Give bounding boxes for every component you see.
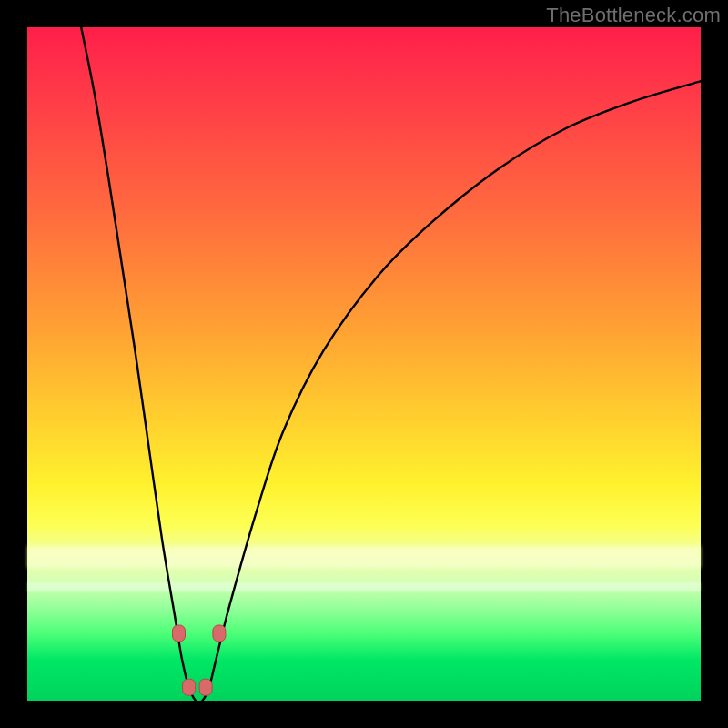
curve-marker bbox=[173, 625, 186, 642]
curve-marker bbox=[183, 679, 196, 695]
chart-frame: TheBottleneck.com bbox=[0, 0, 728, 728]
curve-marker bbox=[213, 625, 226, 642]
curve-marker bbox=[199, 679, 212, 695]
curve-layer bbox=[27, 27, 701, 701]
watermark-text: TheBottleneck.com bbox=[546, 4, 721, 27]
curve-markers bbox=[173, 625, 226, 695]
bottleneck-curve bbox=[81, 27, 701, 703]
